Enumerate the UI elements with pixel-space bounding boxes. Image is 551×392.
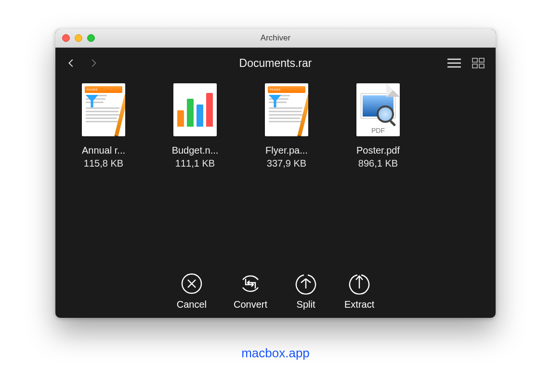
titlebar: Archiver (55, 29, 496, 48)
forward-button[interactable] (88, 58, 99, 68)
pages-icon (82, 83, 125, 136)
list-view-button[interactable] (446, 57, 462, 69)
file-name: Flyer.pa... (265, 145, 308, 156)
app-window: Archiver Documents.rar (55, 29, 496, 318)
archive-name: Documents.rar (55, 57, 496, 70)
cancel-button[interactable]: Cancel (177, 272, 207, 310)
file-item-poster[interactable]: PDF Poster.pdf 896,1 KB (340, 83, 417, 169)
cancel-label: Cancel (177, 299, 207, 310)
svg-rect-6 (479, 64, 484, 68)
svg-rect-5 (472, 64, 477, 68)
files-grid: Annual r... 115,8 KB Budget.n... 111,1 K… (55, 78, 496, 174)
pages-icon (265, 83, 308, 136)
view-toggle (446, 57, 485, 69)
close-window-button[interactable] (62, 34, 70, 42)
file-item-budget[interactable]: Budget.n... 111,1 KB (157, 83, 234, 169)
window-title: Archiver (55, 33, 496, 43)
pdf-label: PDF (356, 127, 400, 134)
action-bar: Cancel Convert Split (55, 272, 496, 310)
numbers-icon (173, 83, 217, 136)
convert-button[interactable]: Convert (234, 272, 267, 310)
file-size: 115,8 KB (84, 158, 123, 169)
split-icon (294, 272, 317, 295)
back-button[interactable] (66, 58, 77, 68)
file-size: 896,1 KB (358, 158, 398, 169)
extract-button[interactable]: Extract (344, 272, 374, 310)
file-name: Annual r... (82, 145, 125, 156)
svg-rect-3 (472, 58, 477, 62)
extract-label: Extract (344, 299, 374, 310)
split-button[interactable]: Split (294, 272, 317, 310)
file-name: Budget.n... (172, 145, 219, 156)
traffic-lights (62, 34, 95, 42)
nav-arrows (66, 58, 99, 68)
toolbar: Documents.rar (55, 48, 496, 78)
convert-icon (239, 272, 262, 295)
file-size: 111,1 KB (175, 158, 215, 169)
grid-view-button[interactable] (472, 57, 485, 69)
file-item-flyer[interactable]: Flyer.pa... 337,9 KB (248, 83, 325, 169)
watermark-text: macbox.app (0, 346, 551, 361)
extract-icon (348, 272, 371, 295)
svg-rect-4 (479, 58, 484, 62)
split-label: Split (297, 299, 315, 310)
cancel-icon (180, 272, 203, 295)
convert-label: Convert (234, 299, 267, 310)
file-name: Poster.pdf (356, 145, 400, 156)
file-item-annual[interactable]: Annual r... 115,8 KB (65, 83, 142, 169)
pdf-icon: PDF (356, 83, 400, 136)
minimize-window-button[interactable] (75, 34, 82, 42)
file-size: 337,9 KB (267, 158, 306, 169)
zoom-window-button[interactable] (87, 34, 95, 42)
